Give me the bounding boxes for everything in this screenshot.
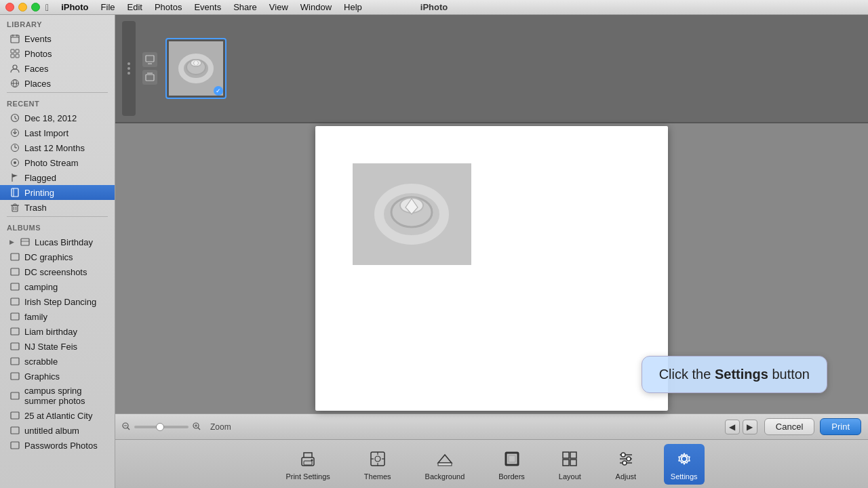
sidebar-item-photos[interactable]: Photos <box>0 46 115 61</box>
sidebar: LIBRARY Events Photos Faces <box>0 15 115 488</box>
sidebar-item-irish-step[interactable]: Irish Step Dancing <box>0 294 115 309</box>
svg-rect-37 <box>11 343 19 350</box>
menu-photos[interactable]: Photos <box>149 1 187 13</box>
sidebar-events-label: Events <box>24 34 52 44</box>
album-family-icon <box>9 311 20 322</box>
album-dc-graphics-icon <box>9 251 20 262</box>
toolbar-adjust[interactable]: Adjust <box>608 444 644 485</box>
filmstrip-icons <box>142 52 157 85</box>
print-canvas: Click the Settings button <box>115 123 868 413</box>
svg-point-84 <box>627 457 631 461</box>
album-graphics-icon <box>9 371 20 382</box>
svg-rect-32 <box>11 268 19 275</box>
menu-iphoto[interactable]: iPhoto <box>56 1 94 13</box>
menu-events[interactable]: Events <box>189 1 226 13</box>
svg-rect-0 <box>11 35 19 43</box>
svg-line-14 <box>15 118 17 119</box>
menu-edit[interactable]: Edit <box>122 1 148 13</box>
menu-view[interactable]: View <box>264 1 294 13</box>
sidebar-item-trash[interactable]: Trash <box>0 200 115 215</box>
sidebar-item-events[interactable]: Events <box>0 31 115 46</box>
sidebar-item-dc-graphics[interactable]: DC graphics <box>0 249 115 264</box>
sidebar-item-lucas-birthday[interactable]: ▶ Lucas Birthday <box>0 235 115 249</box>
sidebar-faces-label: Faces <box>24 64 48 74</box>
sidebar-item-graphics[interactable]: Graphics <box>0 369 115 384</box>
sidebar-item-dc-screenshots[interactable]: DC screenshots <box>0 264 115 279</box>
sidebar-item-liam-birthday[interactable]: Liam birthday <box>0 324 115 339</box>
minimize-button[interactable] <box>18 3 27 12</box>
thumbnail-item[interactable]: ✓ <box>165 38 226 99</box>
tooltip: Click the Settings button <box>642 356 827 393</box>
filmstrip: ✓ <box>115 15 868 123</box>
divider-2 <box>7 216 108 217</box>
svg-rect-33 <box>11 283 19 290</box>
sidebar-dc-screenshots-label: DC screenshots <box>24 267 87 277</box>
toolbar-borders[interactable]: Borders <box>492 444 532 485</box>
print-ring-svg <box>353 163 471 265</box>
sidebar-item-dec18[interactable]: Dec 18, 2012 <box>0 110 115 125</box>
svg-rect-29 <box>21 239 29 245</box>
tooltip-text-after: button <box>768 367 810 382</box>
albums-header: ALBUMS <box>0 218 115 235</box>
print-settings-label: Print Settings <box>285 472 330 481</box>
sidebar-last12-label: Last 12 Months <box>24 143 85 153</box>
svg-line-59 <box>127 428 130 430</box>
window-title: iPhoto <box>420 2 448 12</box>
sidebar-item-places[interactable]: Places <box>0 76 115 91</box>
filmstrip-top-icon[interactable] <box>142 52 157 67</box>
zoom-thumb[interactable] <box>156 423 164 431</box>
svg-rect-78 <box>570 452 576 458</box>
toolbar-settings[interactable]: Settings <box>664 444 705 485</box>
next-button[interactable]: ▶ <box>743 420 757 434</box>
sidebar-photostream-label: Photo Stream <box>24 158 79 168</box>
toolbar-bottom: Print Settings Themes Background <box>115 439 868 488</box>
svg-rect-77 <box>563 452 569 458</box>
svg-rect-6 <box>11 54 14 58</box>
print-button[interactable]: Print <box>820 418 861 435</box>
sidebar-item-faces[interactable]: Faces <box>0 61 115 76</box>
sidebar-item-25-atlantic[interactable]: 25 at Atlantic City <box>0 408 115 423</box>
svg-rect-79 <box>563 460 569 466</box>
filmstrip-bottom-icon[interactable] <box>142 70 157 85</box>
prev-button[interactable]: ◀ <box>725 420 740 434</box>
toolbar-background[interactable]: Background <box>418 444 472 485</box>
sidebar-item-nj-state[interactable]: NJ State Feis <box>0 339 115 354</box>
zoom-slider[interactable] <box>134 426 189 428</box>
menu-help[interactable]: Help <box>338 1 368 13</box>
toolbar-layout[interactable]: Layout <box>552 444 588 485</box>
sidebar-item-last-12[interactable]: Last 12 Months <box>0 140 115 155</box>
sidebar-dc-graphics-label: DC graphics <box>24 252 73 262</box>
apple-logo-icon:  <box>45 2 49 13</box>
toolbar-themes[interactable]: Themes <box>357 444 398 485</box>
menu-file[interactable]: File <box>96 1 121 13</box>
sidebar-item-photo-stream[interactable]: Photo Stream <box>0 155 115 170</box>
sidebar-item-last-import[interactable]: Last Import <box>0 125 115 140</box>
maximize-button[interactable] <box>31 3 40 12</box>
calendar-icon <box>9 33 20 44</box>
menu-window[interactable]: Window <box>295 1 337 13</box>
sidebar-item-printing[interactable]: Printing <box>0 185 115 200</box>
sidebar-item-campus-spring[interactable]: campus spring summer photos <box>0 384 115 408</box>
sidebar-item-flagged[interactable]: Flagged <box>0 170 115 185</box>
recent-header: RECENT <box>0 94 115 110</box>
flag-icon <box>9 172 20 183</box>
sidebar-item-untitled[interactable]: untitled album <box>0 423 115 438</box>
menu-share[interactable]: Share <box>228 1 262 13</box>
sidebar-item-password[interactable]: Passwords Photos <box>0 438 115 453</box>
sidebar-toggle[interactable] <box>122 21 136 116</box>
toolbar-print-settings[interactable]: Print Settings <box>279 444 336 485</box>
svg-rect-74 <box>438 463 452 466</box>
svg-rect-5 <box>16 49 19 53</box>
faces-icon <box>9 63 20 74</box>
sidebar-item-family[interactable]: family <box>0 309 115 324</box>
expand-arrow-icon: ▶ <box>9 239 14 245</box>
close-button[interactable] <box>5 3 14 12</box>
cancel-button[interactable]: Cancel <box>764 418 814 435</box>
main-area: LIBRARY Events Photos Faces <box>0 15 868 488</box>
sidebar-item-camping[interactable]: camping <box>0 279 115 294</box>
trash-icon <box>9 202 20 213</box>
sidebar-item-scrabble[interactable]: scrabble <box>0 354 115 369</box>
sidebar-untitled-label: untitled album <box>24 426 79 436</box>
svg-rect-66 <box>304 461 312 465</box>
svg-rect-36 <box>11 328 19 335</box>
